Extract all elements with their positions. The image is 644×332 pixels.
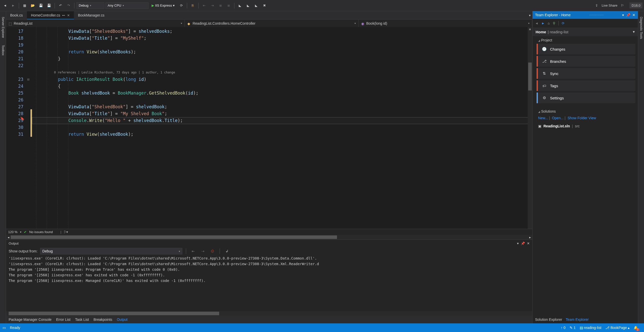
nav-type-label: ReadingList.Controllers.HomeController [192,21,255,25]
split-handle-icon[interactable]: ≡ [528,27,532,31]
autohide-chevron-icon[interactable]: ▾ [517,242,519,245]
tab-team-explorer[interactable]: Team Explorer [566,318,589,322]
platform-label: Any CPU [108,4,121,7]
tab-pkg-mgr-console[interactable]: Package Manager Console [9,318,52,322]
breakpoint-tag-icon[interactable]: 🔖 [20,116,24,120]
open-file-icon[interactable]: 📂 [29,2,36,9]
tab-breakpoints[interactable]: Breakpoints [93,318,112,322]
brush-icon[interactable]: ℐ ▾ [64,230,68,234]
pin-icon[interactable]: 📌 [521,242,525,245]
bookmark-next-icon[interactable]: ◣ [253,2,260,9]
output-text[interactable]: 'iisexpress.exe' (CoreCLR: clrhost): Loa… [6,255,532,311]
feedback-icon[interactable]: ⚐ [619,2,626,9]
link-open[interactable]: Open... [552,116,564,120]
tab-solution-explorer[interactable]: Solution Explorer [535,318,562,322]
save-all-icon[interactable]: 💾 [45,2,53,9]
plug-icon[interactable]: ⚲ [553,21,555,25]
nav-type-combo[interactable]: ◆ ReadingList.Controllers.HomeController… [185,20,359,27]
pull-indicator[interactable]: ✎ 1 [570,326,576,330]
server-explorer-tab[interactable]: Server Explorer [1,13,5,41]
find-msg-icon[interactable]: ⇤ [190,248,197,255]
prev-msg-icon[interactable]: ⇢ [199,248,206,255]
nav-fwd-icon[interactable]: ► [10,2,17,9]
push-indicator[interactable]: ↑ 0 [561,326,566,330]
nav-back-icon[interactable]: ◄ [2,2,9,9]
repo-indicator[interactable]: ▤ reading-list [580,326,601,330]
te-home-header[interactable]: Home | reading-list ▾ [533,27,638,36]
solution-platform-combo[interactable]: Any CPU ▾ [105,2,149,9]
te-item-sync[interactable]: ⇅ Sync [537,68,635,79]
tab-homecontroller-cs[interactable]: HomeController.cs ⊷ ✕ [27,11,74,19]
ok-check-icon: ✔ [24,230,27,234]
csharp-project-icon: ⬚ [9,22,12,25]
refresh-icon[interactable]: ⟳ [562,21,565,25]
link-folder-view[interactable]: Show Folder View [568,116,596,120]
comment-icon[interactable]: ≣ [217,2,224,9]
live-share-icon[interactable]: ⇪ [593,2,600,9]
chevron-down-icon[interactable]: ▾ [173,4,175,7]
new-project-icon[interactable]: ▦ [21,2,28,9]
diagnostic-tools-tab[interactable]: Diagnostic Tools [639,13,643,42]
tabs-overflow-icon[interactable]: ▾ [527,11,532,19]
pin-icon[interactable]: ⊷ [62,14,65,17]
step-into-icon[interactable]: ⎘ [189,2,196,9]
bookmark-icon[interactable]: ◣ [236,2,244,9]
zoom-level[interactable]: 120 % [8,230,18,234]
nav-member-combo[interactable]: ◉ Book(long id) ▾ [359,20,532,27]
toggle-wrap-icon[interactable]: ↲ [223,248,231,255]
notifications-icon[interactable]: 🔔2 [634,326,641,330]
chevron-down-icon[interactable]: ▾ [633,29,635,34]
clear-all-icon[interactable]: ⮾ [209,248,216,255]
tab-error-list[interactable]: Error List [56,318,71,322]
link-new[interactable]: New... [538,116,548,120]
indent-less-icon[interactable]: ⇤ [201,2,208,9]
close-icon[interactable]: ✕ [632,13,635,17]
save-icon[interactable]: 💾 [37,2,44,9]
te-item-settings[interactable]: ⚙ Settings [537,93,635,103]
tab-task-list[interactable]: Task List [75,318,89,322]
te-solution-row[interactable]: ▣ ReadingList.sln | src [533,123,638,130]
team-explorer-titlebar[interactable]: Team Explorer - Home ⋯⋯⋯⋯ ▾ 📌 ✕ [533,11,638,19]
te-item-changes[interactable]: 🕘 Changes [537,44,635,54]
editor-h-scrollbar[interactable]: ◂ ▸ [6,235,532,239]
dropdown-icon[interactable]: ▾ [622,13,624,17]
bookmark-prev-icon[interactable]: ◣ [245,2,252,9]
indent-more-icon[interactable]: ⇥ [209,2,216,9]
bookmark-clear-icon[interactable]: ✖ [261,2,268,9]
nav-project-combo[interactable]: ⬚ ReadingList ▾ [6,20,185,27]
vertical-scrollbar[interactable]: ≡ [528,27,532,229]
redo-icon[interactable]: ↷ [65,2,72,9]
output-source-combo[interactable]: Debug ▾ [40,248,182,254]
close-icon[interactable]: ✕ [67,13,70,17]
close-icon[interactable]: ✕ [527,242,530,245]
zoom-chevron-icon[interactable]: ▾ [20,231,21,233]
branch-indicator[interactable]: ⎇ BookPage ▴ [605,326,630,330]
code-editor[interactable]: 17 18 19 20 21 22 23 24 25 26 27 28 29 3… [6,27,532,229]
home-icon[interactable]: ⌂ [548,21,550,25]
output-h-scrollbar[interactable] [6,311,532,316]
pin-icon[interactable]: 📌 [626,13,630,17]
live-share-label[interactable]: Live Share [602,4,617,7]
tab-bookmanager-cs[interactable]: BookManager.cs [74,11,108,19]
tab-book-cs[interactable]: Book.cs [6,11,27,19]
run-button[interactable]: ▶ IIS Express ▾ [150,2,177,9]
output-source-value: Debug [42,249,53,253]
outlining-margin[interactable]: ⊟ [26,27,30,229]
nav-fwd-icon[interactable]: ► [541,21,545,25]
clock-icon: 🕘 [541,46,547,52]
collapse-icon[interactable]: ⊟ [26,76,30,83]
toolbox-tab[interactable]: Toolbox [1,41,5,59]
undo-icon[interactable]: ↶ [57,2,64,9]
te-item-tags[interactable]: 🏷 Tags [537,80,635,91]
solution-icon: ▣ [538,124,541,128]
tab-label: BookManager.cs [78,13,104,17]
nav-project-label: ReadingList [14,21,33,25]
uncomment-icon[interactable]: ≣ [225,2,232,9]
branch-icon: ⎇ [541,58,547,64]
solution-config-combo[interactable]: Debug ▾ [76,2,104,9]
code-text[interactable]: ViewData["ShelvedBooks"] = shelvedBooks;… [32,27,532,229]
refresh-icon[interactable]: ⟳ [178,2,185,9]
tab-output[interactable]: Output [117,318,127,322]
te-item-branches[interactable]: ⎇ Branches [537,56,635,67]
nav-back-icon[interactable]: ◄ [535,21,538,25]
